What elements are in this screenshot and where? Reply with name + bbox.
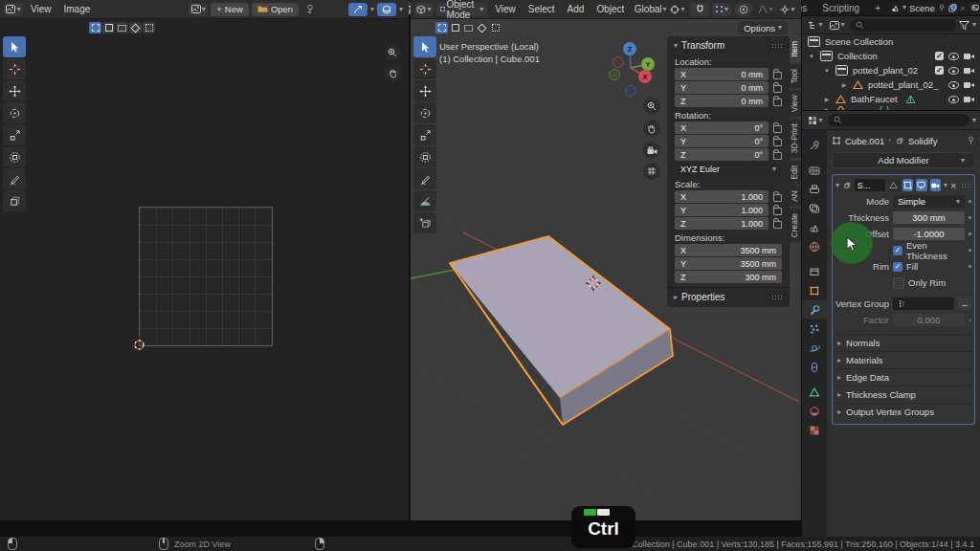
uv-grid-area[interactable] (139, 207, 273, 346)
tab-scene[interactable] (802, 218, 827, 236)
mode-dropdown[interactable]: Simple ▾ (893, 195, 965, 208)
workspace-tab-scripting[interactable]: Scripting (814, 2, 867, 14)
section-normals[interactable]: ▸ Normals (835, 334, 971, 351)
uv-menu-view[interactable]: View (26, 3, 56, 15)
sidebar-tab-3d-print[interactable]: 3D-Print (790, 119, 801, 158)
disclosure-triangle-icon[interactable]: ▼ (808, 54, 815, 59)
uv-select-mode-edge[interactable] (102, 22, 115, 33)
options-button[interactable]: Options ▾ (738, 21, 788, 34)
rotation-z-field[interactable]: Z0° (675, 148, 768, 161)
collection-checkbox[interactable]: ✓ (935, 66, 944, 75)
uv-select-mode-vertex[interactable] (89, 22, 101, 33)
dimensions-x-field[interactable]: X3500 mm (675, 244, 782, 256)
rotation-mode-dropdown[interactable]: XYZ Euler ▾ (675, 163, 782, 176)
properties-search-input[interactable] (828, 114, 969, 126)
tab-view-layer[interactable] (802, 199, 827, 217)
outliner-filter-mode[interactable]: ▾ (828, 18, 847, 32)
tab-object-data[interactable] (802, 383, 827, 401)
cube-object[interactable] (450, 236, 673, 425)
lock-icon[interactable] (773, 99, 782, 106)
tab-world[interactable] (802, 237, 827, 255)
tab-particles[interactable] (802, 320, 827, 338)
vp-camera-view-button[interactable] (643, 142, 660, 159)
pin-icon[interactable] (967, 136, 975, 145)
scale-x-field[interactable]: X1.000 (675, 190, 768, 203)
lock-icon[interactable] (773, 152, 782, 160)
animate-dot[interactable] (969, 265, 971, 268)
vp-cursor-tool[interactable] (413, 58, 436, 79)
vp-add-cube-tool[interactable] (413, 212, 436, 233)
chevron-down-icon[interactable]: ▾ (972, 117, 976, 124)
vp-rotate-tool[interactable] (413, 102, 436, 123)
gizmo-neg-x-axis[interactable] (613, 57, 624, 68)
outliner-row-potted-plant-collection[interactable]: ▼ potted_plant_02 ✓ (802, 63, 980, 77)
sidebar-tab-tool[interactable]: Tool (790, 64, 801, 89)
vp-scale-tool[interactable] (413, 124, 436, 145)
uv-select-mode-sync[interactable] (143, 22, 155, 33)
vp-select-extra[interactable] (489, 22, 501, 33)
editor-type-selector[interactable]: ▾ (806, 114, 825, 127)
sidebar-tab-edit[interactable]: Edit (790, 161, 801, 185)
render-camera-icon[interactable] (964, 66, 974, 75)
uv-cursor-tool[interactable] (3, 58, 26, 79)
editor-type-selector[interactable]: ▾ (414, 3, 434, 16)
disclosure-triangle-icon[interactable]: ▼ (823, 68, 831, 74)
tab-render[interactable] (802, 161, 827, 179)
rotation-y-field[interactable]: Y0° (675, 135, 768, 147)
disclosure-triangle-icon[interactable]: ▶ (840, 81, 848, 88)
vp-select-circle[interactable] (462, 22, 475, 33)
rotation-x-field[interactable]: X0° (675, 121, 768, 134)
scene-selector[interactable]: ▾ Scene × (888, 2, 969, 14)
modifier-extras-dropdown[interactable]: ▾ (944, 182, 947, 189)
vp-menu-view[interactable]: View (490, 3, 521, 15)
view-layer-selector[interactable]: ▾ ViewLayer × (969, 2, 980, 14)
toggle-render-display[interactable] (930, 179, 941, 191)
section-output-vertex-groups[interactable]: ▸ Output Vertex Groups (835, 403, 971, 420)
toggle-realtime-display[interactable] (916, 179, 926, 191)
dimensions-y-field[interactable]: Y3500 mm (675, 257, 782, 270)
vp-annotate-tool[interactable] (413, 168, 436, 189)
collapse-icon[interactable]: ▾ (835, 182, 839, 189)
uv-select-box-tool[interactable] (3, 36, 26, 57)
outliner-row-potted-plant-mesh[interactable]: ▶ potted_plant_02_ (802, 77, 980, 92)
vp-select-tweak[interactable] (435, 22, 448, 33)
sidebar-tab-view[interactable]: View (790, 90, 801, 117)
navigation-gizmo[interactable]: Z Y X (607, 38, 664, 101)
lock-icon[interactable] (773, 85, 782, 93)
pivot-point-selector[interactable]: ▾ (668, 3, 687, 16)
add-modifier-button[interactable]: Add Modifier ▾ (832, 152, 975, 168)
hide-eye-icon[interactable] (948, 52, 959, 60)
scale-y-field[interactable]: Y1.000 (675, 204, 768, 216)
thickness-field[interactable]: 300 mm (893, 211, 965, 224)
tab-texture[interactable] (802, 421, 827, 439)
proportional-edit-toggle[interactable] (734, 3, 753, 16)
delete-modifier-button[interactable]: × (950, 180, 956, 191)
uv-rip-region-tool[interactable] (3, 190, 26, 211)
uv-select-mode-island[interactable] (129, 22, 142, 33)
editor-type-selector[interactable]: ▾ (4, 3, 23, 16)
chevron-down-icon[interactable]: ▾ (972, 21, 976, 29)
dimensions-z-field[interactable]: Z300 mm (675, 271, 782, 283)
lock-icon[interactable] (773, 125, 782, 133)
vp-move-tool[interactable] (413, 80, 436, 101)
hide-eye-icon[interactable] (948, 66, 959, 75)
render-camera-icon[interactable] (964, 52, 974, 60)
breadcrumb-modifier[interactable]: Solidify (908, 136, 938, 146)
vp-pan-button[interactable] (643, 120, 660, 137)
modifier-name-field[interactable]: S... (855, 179, 885, 191)
outliner-search-input[interactable] (850, 19, 956, 32)
invert-vertex-group-button[interactable]: ↔ (958, 298, 971, 310)
sidebar-tab-create[interactable]: Create (790, 209, 801, 243)
proportional-falloff-selector[interactable]: ▾ (756, 3, 775, 16)
gizmo-neg-y-axis[interactable] (610, 70, 620, 80)
gizmo-neg-z-axis[interactable] (626, 86, 636, 97)
tab-output[interactable] (802, 180, 827, 198)
tab-constraints[interactable] (802, 358, 827, 376)
location-z-field[interactable]: Z0 mm (675, 95, 768, 107)
vp-select-box-tool[interactable] (413, 36, 436, 57)
toggle-edit-mode-display[interactable] (902, 179, 913, 191)
lock-icon[interactable] (773, 72, 782, 79)
vp-select-lasso[interactable] (476, 22, 488, 33)
uv-rotate-tool[interactable] (3, 102, 26, 123)
animate-dot[interactable] (969, 232, 971, 235)
